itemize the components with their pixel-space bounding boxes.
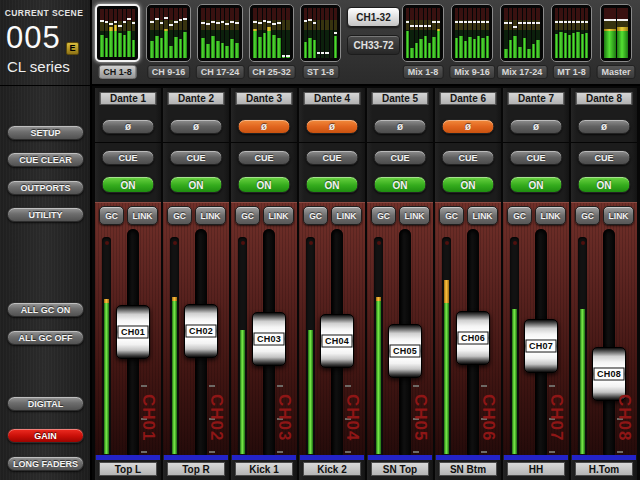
fader-cap[interactable]: CH06 — [456, 311, 490, 365]
fader-cap[interactable]: CH03 — [252, 312, 286, 366]
sidebar-button-gain[interactable]: GAIN — [7, 428, 84, 443]
cue-button[interactable]: CUE — [306, 150, 359, 165]
channel-name-label[interactable]: HH — [507, 462, 565, 476]
sidebar-button-cue-clear[interactable]: CUE CLEAR — [7, 152, 84, 167]
phase-button[interactable]: ø — [170, 119, 223, 134]
gain-compensation-button[interactable]: GC — [99, 206, 124, 225]
meter-block-label[interactable]: Mix 17-24 — [497, 65, 548, 79]
cue-button[interactable]: CUE — [510, 150, 563, 165]
fader-cap[interactable]: CH02 — [184, 304, 218, 358]
channel-name-label[interactable]: Kick 2 — [303, 462, 361, 476]
meter-block-display[interactable] — [249, 4, 294, 62]
on-button[interactable]: ON — [170, 176, 223, 193]
meter-block-label[interactable]: Mix 9-16 — [449, 65, 495, 79]
gain-compensation-button[interactable]: GC — [303, 206, 328, 225]
sidebar-button-all-gc-on[interactable]: ALL GC ON — [7, 302, 84, 317]
fader-cap-channel-label: CH07 — [526, 340, 557, 353]
gain-compensation-button[interactable]: GC — [575, 206, 600, 225]
phase-button[interactable]: ø — [510, 119, 563, 134]
link-button[interactable]: LINK — [263, 206, 294, 225]
bank-button-ch33-72[interactable]: CH33-72 — [347, 35, 400, 55]
cue-button[interactable]: CUE — [102, 150, 155, 165]
sidebar-button-long-faders[interactable]: LONG FADERS — [7, 456, 84, 471]
link-button[interactable]: LINK — [603, 206, 634, 225]
channel-name-label[interactable]: Top L — [99, 462, 157, 476]
meter-block-display[interactable] — [95, 4, 140, 62]
phase-button[interactable]: ø — [578, 119, 631, 134]
meter-block-display[interactable] — [300, 4, 341, 62]
fader-cap[interactable]: CH08 — [592, 347, 626, 401]
sidebar-button-all-gc-off[interactable]: ALL GC OFF — [7, 330, 84, 345]
gain-compensation-button[interactable]: GC — [507, 206, 532, 225]
meter-block-label[interactable]: CH 9-16 — [147, 65, 191, 79]
gain-compensation-button[interactable]: GC — [439, 206, 464, 225]
cue-button[interactable]: CUE — [374, 150, 427, 165]
meter-block-label[interactable]: CH 25-32 — [247, 65, 296, 79]
channel-color-bar — [164, 455, 228, 460]
channel-name-label[interactable]: SN Top — [371, 462, 429, 476]
meter-block-display[interactable] — [451, 4, 493, 62]
fader-cap[interactable]: CH01 — [116, 305, 150, 359]
scene-display[interactable]: CURRENT SCENE 005 E CL series — [0, 0, 92, 86]
meter-bar — [109, 9, 113, 57]
divider — [571, 142, 637, 143]
on-button[interactable]: ON — [374, 176, 427, 193]
fader-track[interactable] — [603, 229, 615, 459]
meter-block-display[interactable] — [197, 4, 243, 62]
sidebar-button-utility[interactable]: UTILITY — [7, 207, 84, 222]
sidebar-button-setup[interactable]: SETUP — [7, 125, 84, 140]
link-button[interactable]: LINK — [467, 206, 498, 225]
link-button[interactable]: LINK — [399, 206, 430, 225]
sidebar-button-outports[interactable]: OUTPORTS — [7, 180, 84, 195]
meter-bar — [118, 9, 122, 57]
cue-button[interactable]: CUE — [442, 150, 495, 165]
cue-button[interactable]: CUE — [578, 150, 631, 165]
sidebar-button-digital[interactable]: DIGITAL — [7, 396, 84, 411]
meter-block-label[interactable]: ST 1-8 — [302, 65, 339, 79]
phase-button[interactable]: ø — [374, 119, 427, 134]
fader-cap[interactable]: CH07 — [524, 319, 558, 373]
meter-block-display[interactable] — [551, 4, 592, 62]
on-button[interactable]: ON — [238, 176, 291, 193]
link-button[interactable]: LINK — [331, 206, 362, 225]
phase-button[interactable]: ø — [442, 119, 495, 134]
cue-button[interactable]: CUE — [170, 150, 223, 165]
on-button[interactable]: ON — [442, 176, 495, 193]
link-button[interactable]: LINK — [195, 206, 226, 225]
channel-name-label[interactable]: Kick 1 — [235, 462, 293, 476]
input-port-label: Dante 1 — [100, 92, 157, 105]
meter-block-display[interactable] — [500, 4, 544, 62]
on-button[interactable]: ON — [102, 176, 155, 193]
meter-peak-segment — [376, 297, 381, 301]
meter-block-display[interactable] — [402, 4, 444, 62]
cue-button[interactable]: CUE — [238, 150, 291, 165]
meter-block-display[interactable] — [600, 4, 632, 62]
meter-block-label[interactable]: Mix 1-8 — [403, 65, 444, 79]
meter-block-label[interactable]: MT 1-8 — [552, 65, 591, 79]
meter-block-label[interactable]: CH 1-8 — [98, 65, 137, 79]
phase-button[interactable]: ø — [102, 119, 155, 134]
meter-block-mix-9-16: Mix 9-16 — [451, 4, 493, 84]
phase-button[interactable]: ø — [306, 119, 359, 134]
channel-name-label[interactable]: Top R — [167, 462, 225, 476]
fader-cap[interactable]: CH05 — [388, 324, 422, 378]
fader-cap[interactable]: CH04 — [320, 314, 354, 368]
on-button[interactable]: ON — [306, 176, 359, 193]
link-button[interactable]: LINK — [127, 206, 158, 225]
bank-button-ch1-32[interactable]: CH1-32 — [347, 7, 400, 27]
on-button[interactable]: ON — [578, 176, 631, 193]
phase-button[interactable]: ø — [238, 119, 291, 134]
gain-compensation-button[interactable]: GC — [371, 206, 396, 225]
gain-compensation-button[interactable]: GC — [235, 206, 260, 225]
link-button[interactable]: LINK — [535, 206, 566, 225]
meter-fill — [104, 303, 109, 454]
meter-bar — [317, 8, 320, 58]
meter-block-label[interactable]: Master — [596, 65, 635, 79]
meter-block-display[interactable] — [146, 4, 191, 62]
gain-compensation-button[interactable]: GC — [167, 206, 192, 225]
channel-name-label[interactable]: H.Tom — [575, 462, 633, 476]
meter-block-label[interactable]: CH 17-24 — [196, 65, 245, 79]
channel-name-label[interactable]: SN Btm — [439, 462, 497, 476]
on-button[interactable]: ON — [510, 176, 563, 193]
channel-color-bar — [572, 455, 636, 460]
